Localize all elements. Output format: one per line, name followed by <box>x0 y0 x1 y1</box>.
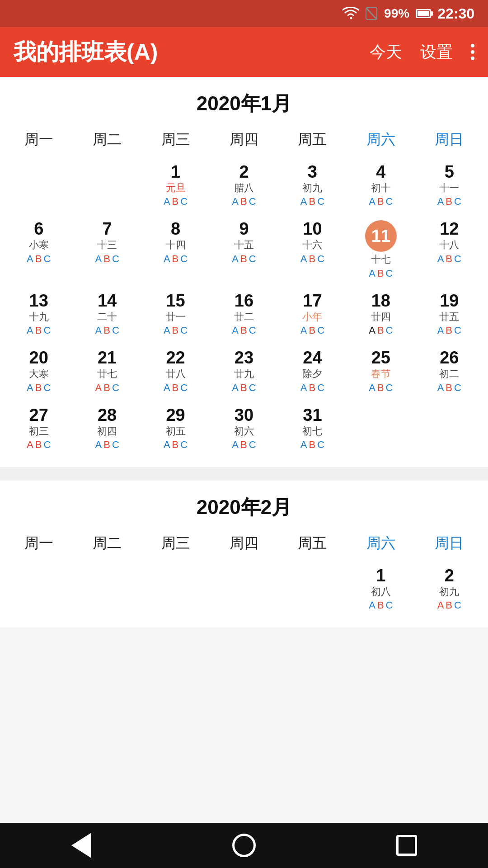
lunar-label: 腊八 <box>234 182 254 194</box>
day-cell-jan-13[interactable]: 13 十九 A B C <box>5 287 73 344</box>
day-cell-jan-22[interactable]: 22 廿八 A B C <box>141 344 210 401</box>
lunar-label: 初八 <box>371 586 391 598</box>
day-cell[interactable] <box>5 158 73 215</box>
day-number: 24 <box>303 349 322 366</box>
day-cell-jan-1[interactable]: 1 元旦 A B C <box>141 158 210 215</box>
shift-b: B <box>240 439 247 451</box>
day-cell-jan-19[interactable]: 19 廿五 A B C <box>415 287 483 344</box>
day-cell-empty <box>141 561 210 618</box>
shift-a: A <box>164 253 170 265</box>
day-cell-jan-5[interactable]: 5 十一 A B C <box>415 158 483 215</box>
day-cell-jan-4[interactable]: 4 初十 A B C <box>347 158 415 215</box>
shift-c: C <box>249 196 256 208</box>
shift-row: A B C <box>300 196 324 208</box>
lunar-label: 初六 <box>234 425 254 437</box>
day-cell-jan-16[interactable]: 16 廿二 A B C <box>210 287 278 344</box>
today-button[interactable]: 今天 <box>370 41 402 63</box>
lunar-label: 大寒 <box>29 368 49 380</box>
day-number: 26 <box>440 349 459 366</box>
day-cell-jan-23[interactable]: 23 廿九 A B C <box>210 344 278 401</box>
lunar-label: 十九 <box>29 311 49 323</box>
day-cell-jan-28[interactable]: 28 初四 A B C <box>73 401 141 458</box>
day-cell-jan-9[interactable]: 9 十五 A B C <box>210 215 278 286</box>
shift-row: A B C <box>27 325 51 336</box>
day-cell-jan-29[interactable]: 29 初五 A B C <box>141 401 210 458</box>
shift-a: A <box>27 439 33 451</box>
shift-a: A <box>27 253 33 265</box>
more-button[interactable] <box>471 44 474 60</box>
day-cell-jan-8[interactable]: 8 十四 A B C <box>141 215 210 286</box>
back-button[interactable] <box>68 832 95 859</box>
shift-a: A <box>437 325 444 336</box>
shift-row: A B C <box>95 325 119 336</box>
day-number: 13 <box>29 292 48 309</box>
settings-button[interactable]: 设置 <box>420 41 453 63</box>
shift-row: A B C <box>369 196 393 208</box>
day-cell-jan-10[interactable]: 10 十六 A B C <box>278 215 347 286</box>
day-cell-jan-17[interactable]: 17 小年 A B C <box>278 287 347 344</box>
lunar-label: 十四 <box>166 239 186 251</box>
day-cell-jan-3[interactable]: 3 初九 A B C <box>278 158 347 215</box>
app-title: 我的排班表(A) <box>14 37 370 67</box>
day-cell-empty <box>278 561 347 618</box>
day-cell-jan-30[interactable]: 30 初六 A B C <box>210 401 278 458</box>
day-number: 14 <box>98 292 117 309</box>
shift-row: A B C <box>437 196 461 208</box>
lunar-label: 二十 <box>97 311 117 323</box>
day-cell-feb-1[interactable]: 1 初八 A B C <box>347 561 415 618</box>
day-cell-jan-11-today[interactable]: 11 十七 A B C <box>347 215 415 286</box>
shift-c: C <box>43 325 51 336</box>
day-cell-jan-26[interactable]: 26 初二 A B C <box>415 344 483 401</box>
day-cell-jan-6[interactable]: 6 小寒 A B C <box>5 215 73 286</box>
shift-b: B <box>240 253 247 265</box>
shift-row: A B C <box>95 439 119 451</box>
shift-b: B <box>309 196 315 208</box>
shift-row: A B C <box>232 253 256 265</box>
shift-c: C <box>317 382 324 394</box>
shift-c: C <box>43 382 51 394</box>
day-cell-empty <box>415 401 483 458</box>
lunar-label: 初四 <box>97 425 117 437</box>
shift-row: A B C <box>232 439 256 451</box>
day-cell[interactable] <box>73 158 141 215</box>
february-days-grid: 1 初八 A B C 2 初九 A B C <box>0 561 488 618</box>
shift-row: A B C <box>95 382 119 394</box>
wifi-icon <box>343 7 359 20</box>
home-button[interactable] <box>230 832 258 859</box>
day-number: 21 <box>98 349 117 366</box>
shift-c: C <box>317 196 324 208</box>
day-number: 17 <box>303 292 322 309</box>
battery-percentage: 99% <box>384 6 409 21</box>
day-cell-jan-21[interactable]: 21 廿七 A B C <box>73 344 141 401</box>
shift-b: B <box>172 439 179 451</box>
weekday-sun: 周日 <box>415 530 483 557</box>
lunar-label: 初五 <box>166 425 186 437</box>
recent-icon <box>396 835 417 856</box>
shift-c: C <box>249 253 256 265</box>
day-number: 12 <box>440 220 459 237</box>
day-cell-jan-18[interactable]: 18 廿四 A B C <box>347 287 415 344</box>
day-number: 9 <box>239 220 249 237</box>
day-cell-jan-27[interactable]: 27 初三 A B C <box>5 401 73 458</box>
recent-button[interactable] <box>393 832 420 859</box>
shift-b: B <box>446 325 452 336</box>
day-cell-jan-15[interactable]: 15 廿一 A B C <box>141 287 210 344</box>
day-cell-jan-24[interactable]: 24 除夕 A B C <box>278 344 347 401</box>
day-cell-feb-2[interactable]: 2 初九 A B C <box>415 561 483 618</box>
day-cell-jan-12[interactable]: 12 十八 A B C <box>415 215 483 286</box>
shift-row: A B C <box>232 325 256 336</box>
day-cell-jan-7[interactable]: 7 十三 A B C <box>73 215 141 286</box>
day-cell-jan-14[interactable]: 14 二十 A B C <box>73 287 141 344</box>
day-cell-jan-31[interactable]: 31 初七 A B C <box>278 401 347 458</box>
day-number: 16 <box>235 292 253 309</box>
day-cell-jan-2[interactable]: 2 腊八 A B C <box>210 158 278 215</box>
day-cell-empty <box>347 401 415 458</box>
shift-c: C <box>386 382 393 394</box>
shift-a: A <box>95 325 102 336</box>
shift-c: C <box>249 439 256 451</box>
day-cell-jan-25[interactable]: 25 春节 A B C <box>347 344 415 401</box>
shift-row: A B C <box>95 253 119 265</box>
shift-b: B <box>309 439 315 451</box>
shift-a: A <box>300 439 307 451</box>
day-cell-jan-20[interactable]: 20 大寒 A B C <box>5 344 73 401</box>
